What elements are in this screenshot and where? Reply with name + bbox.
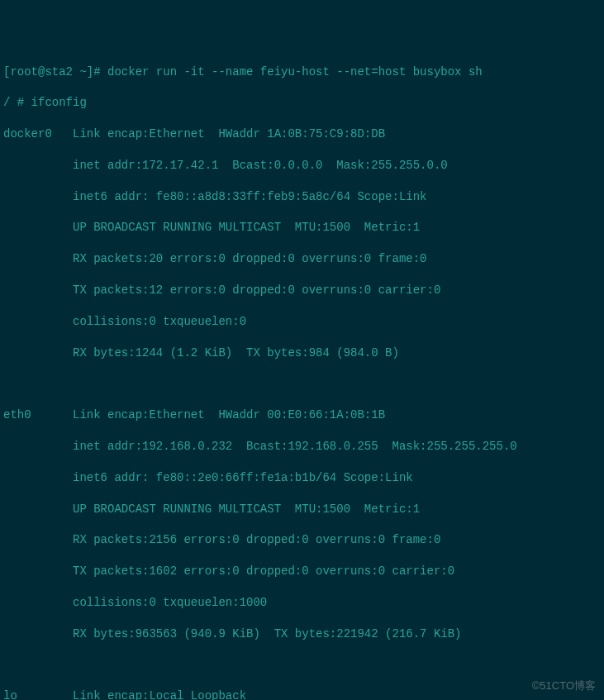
watermark-text: ©51CTO博客: [532, 679, 596, 693]
eth0-rx-packets: RX packets:2156 errors:0 dropped:0 overr…: [3, 532, 601, 548]
eth0-collisions: collisions:0 txqueuelen:1000: [3, 595, 601, 611]
blank-line: [3, 376, 601, 392]
docker0-bytes: RX bytes:1244 (1.2 KiB) TX bytes:984 (98…: [3, 345, 601, 361]
eth0-inet: inet addr:192.168.0.232 Bcast:192.168.0.…: [3, 439, 601, 455]
lo-header: lo Link encap:Local Loopback: [3, 688, 601, 700]
docker0-collisions: collisions:0 txqueuelen:0: [3, 314, 601, 330]
eth0-bytes: RX bytes:963563 (940.9 KiB) TX bytes:221…: [3, 626, 601, 642]
docker0-rx-packets: RX packets:20 errors:0 dropped:0 overrun…: [3, 251, 601, 267]
command-prompt-2: / # ifconfig: [3, 95, 601, 111]
docker0-header: docker0 Link encap:Ethernet HWaddr 1A:0B…: [3, 126, 601, 142]
docker0-tx-packets: TX packets:12 errors:0 dropped:0 overrun…: [3, 283, 601, 298]
eth0-flags: UP BROADCAST RUNNING MULTICAST MTU:1500 …: [3, 502, 601, 517]
command-prompt-1: [root@sta2 ~]# docker run -it --name fei…: [3, 64, 601, 80]
eth0-tx-packets: TX packets:1602 errors:0 dropped:0 overr…: [3, 564, 601, 579]
blank-line: [3, 657, 601, 673]
docker0-inet: inet addr:172.17.42.1 Bcast:0.0.0.0 Mask…: [3, 158, 601, 174]
eth0-header: eth0 Link encap:Ethernet HWaddr 00:E0:66…: [3, 407, 601, 423]
eth0-inet6: inet6 addr: fe80::2e0:66ff:fe1a:b1b/64 S…: [3, 470, 601, 486]
docker0-flags: UP BROADCAST RUNNING MULTICAST MTU:1500 …: [3, 220, 601, 236]
docker0-inet6: inet6 addr: fe80::a8d8:33ff:feb9:5a8c/64…: [3, 189, 601, 205]
